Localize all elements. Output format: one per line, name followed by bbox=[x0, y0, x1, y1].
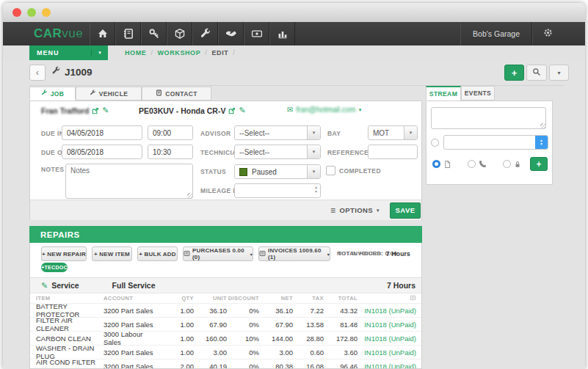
new-item-button[interactable]: + NEW ITEM bbox=[92, 246, 132, 261]
menu-button[interactable]: MENU ▾ bbox=[29, 45, 108, 60]
tab-events[interactable]: EVENTS bbox=[461, 86, 495, 101]
tab-vehicle-label: VEHICLE bbox=[99, 90, 128, 98]
due-out-time-input[interactable] bbox=[148, 145, 193, 159]
more-actions-button[interactable]: ▾ bbox=[549, 65, 569, 81]
chevron-down-icon: ▾ bbox=[307, 145, 320, 158]
invoice-link[interactable]: IN1018 (UnPaid) bbox=[357, 362, 416, 369]
breadcrumb-separator: / bbox=[233, 49, 235, 56]
bulk-add-button[interactable]: + BULK ADD bbox=[137, 246, 178, 261]
window-minimize-button[interactable] bbox=[27, 8, 36, 17]
repair-description: Full Service bbox=[112, 281, 156, 290]
purchases-dropdown-button[interactable]: PURCHASES 0.00 (0) ▾ bbox=[183, 246, 253, 261]
stepper-arrows-icon[interactable]: ▴▾ bbox=[315, 185, 317, 194]
technician-select[interactable]: --Select-- ▾ bbox=[234, 145, 321, 159]
nav-key-button[interactable] bbox=[141, 22, 167, 45]
customer-name: Fran Trafford bbox=[41, 106, 89, 115]
nav-home-button[interactable] bbox=[90, 22, 115, 45]
account-menu[interactable]: Bob's Garage bbox=[460, 22, 532, 45]
private-radio[interactable] bbox=[503, 160, 511, 168]
window-zoom-button[interactable] bbox=[42, 8, 51, 17]
wrench-icon bbox=[200, 28, 211, 40]
breadcrumb-separator: / bbox=[150, 49, 153, 56]
email-text: fran@hotmail.com bbox=[296, 106, 355, 114]
nav-reports-button[interactable] bbox=[269, 22, 295, 45]
due-out-date-input[interactable] bbox=[62, 145, 142, 159]
carvue-logo[interactable]: CARvue bbox=[34, 26, 83, 41]
invoice-link[interactable]: IN1018 (UnPaid) bbox=[357, 348, 416, 357]
external-link-icon[interactable] bbox=[228, 107, 236, 114]
resize-grip[interactable] bbox=[187, 193, 193, 199]
due-in-date-input[interactable] bbox=[62, 125, 142, 140]
repair-hours: 7 Hours bbox=[387, 281, 415, 290]
options-button[interactable]: ≡ OPTIONS ▾ bbox=[330, 205, 380, 216]
pencil-icon[interactable]: ✎ bbox=[41, 281, 48, 291]
tecdoc-button[interactable]: +TECDOC bbox=[41, 263, 68, 272]
mileage-in-input[interactable] bbox=[234, 183, 321, 198]
note-radio-selected[interactable] bbox=[432, 160, 440, 168]
completed-checkbox[interactable] bbox=[326, 166, 335, 175]
pencil-icon[interactable]: ✎ bbox=[102, 106, 109, 115]
save-button[interactable]: SAVE bbox=[390, 202, 421, 219]
technician-value: --Select-- bbox=[235, 148, 307, 156]
bay-label: BAY bbox=[327, 130, 341, 137]
external-link-icon[interactable] bbox=[92, 107, 99, 114]
invoices-dropdown-button[interactable]: INVOICES 1009.60 (1) ▾ bbox=[258, 246, 330, 261]
window-close-button[interactable] bbox=[12, 8, 21, 17]
nav-workshop-button[interactable] bbox=[192, 22, 218, 45]
tab-vehicle[interactable]: VEHICLE bbox=[76, 87, 142, 101]
stream-option-radio[interactable] bbox=[431, 139, 439, 147]
settings-button[interactable] bbox=[532, 22, 563, 45]
new-repair-button[interactable]: + NEW REPAIR bbox=[41, 246, 87, 261]
due-in-time-input[interactable] bbox=[148, 125, 193, 140]
table-row[interactable]: BATTERY PROTECTOR3200 Part Sales1.0036.1… bbox=[30, 303, 421, 317]
notes-textarea[interactable] bbox=[65, 164, 193, 199]
call-radio[interactable] bbox=[468, 160, 476, 168]
repair-name: Service bbox=[51, 281, 79, 290]
advisor-select[interactable]: --Select-- ▾ bbox=[234, 125, 321, 140]
tab-job[interactable]: JOB bbox=[29, 87, 76, 101]
stream-message-textarea[interactable] bbox=[431, 107, 546, 129]
stream-add-button[interactable]: + bbox=[530, 157, 548, 171]
nav-parts-button[interactable] bbox=[167, 22, 192, 45]
breadcrumb-workshop[interactable]: WORKSHOP bbox=[158, 49, 201, 56]
table-row[interactable]: WASHER - DRAIN PLUG3200 Part Sales1.003.… bbox=[30, 345, 421, 359]
address-book-icon bbox=[123, 28, 134, 40]
nav-cash-button[interactable] bbox=[244, 22, 269, 45]
table-row[interactable]: CARBON CLEAN3000 Labour Sales1.00160.001… bbox=[30, 331, 421, 345]
resize-grip[interactable] bbox=[540, 123, 546, 129]
tab-stream[interactable]: STREAM bbox=[426, 86, 461, 101]
tab-stream-label: STREAM bbox=[429, 90, 457, 98]
reference-input[interactable] bbox=[368, 145, 418, 159]
contact-email[interactable]: ✉ fran@hotmail.com ▾ bbox=[287, 106, 361, 114]
back-button[interactable]: ‹ bbox=[29, 65, 46, 81]
table-row[interactable]: FILTER AIR CLEANER3200 Part Sales1.0067.… bbox=[30, 317, 421, 331]
tab-contact[interactable]: CONTACT bbox=[142, 87, 211, 101]
wrench-icon bbox=[90, 89, 96, 98]
nav-sales-button[interactable] bbox=[218, 22, 244, 45]
search-icon bbox=[532, 66, 541, 79]
table-row[interactable]: AIR COND FILTER ELE...3200 Part Sales2.0… bbox=[30, 359, 421, 369]
breadcrumb-home[interactable]: HOME bbox=[125, 49, 146, 56]
nav-contacts-button[interactable] bbox=[115, 22, 141, 45]
invoice-link[interactable]: IN1018 (UnPaid) bbox=[357, 335, 416, 343]
invoice-link[interactable]: IN1018 (UnPaid) bbox=[357, 321, 416, 329]
pencil-icon[interactable]: ✎ bbox=[239, 106, 245, 115]
add-button[interactable]: + bbox=[504, 65, 524, 81]
reference-label: REFERENCE bbox=[327, 149, 369, 156]
repairs-header: REPAIRS bbox=[29, 226, 422, 243]
due-in-label: DUE IN bbox=[41, 130, 64, 137]
search-button[interactable] bbox=[526, 65, 547, 81]
account-name: Bob's Garage bbox=[473, 29, 520, 38]
logo-car: CAR bbox=[34, 26, 62, 40]
bay-select[interactable]: MOT ▾ bbox=[368, 125, 418, 140]
bay-value: MOT bbox=[369, 129, 404, 137]
breadcrumb: HOME / WORKSHOP / EDIT / bbox=[125, 45, 239, 60]
mileage-in-stepper[interactable]: ▴▾ bbox=[234, 183, 321, 197]
stream-target-select[interactable]: ▴▾ bbox=[443, 135, 548, 150]
invoice-link[interactable]: IN1018 (UnPaid) bbox=[357, 307, 416, 315]
stream-panel: ▴▾ + bbox=[426, 101, 553, 185]
job-card: Fran Trafford ✎ PE03KUV - Honda CR-V ✎ ✉… bbox=[29, 101, 422, 220]
envelope-icon: ✉ bbox=[287, 106, 293, 114]
stepper-arrows-icon[interactable]: ▴▾ bbox=[535, 136, 548, 149]
status-select[interactable]: Paused ▾ bbox=[234, 164, 321, 179]
